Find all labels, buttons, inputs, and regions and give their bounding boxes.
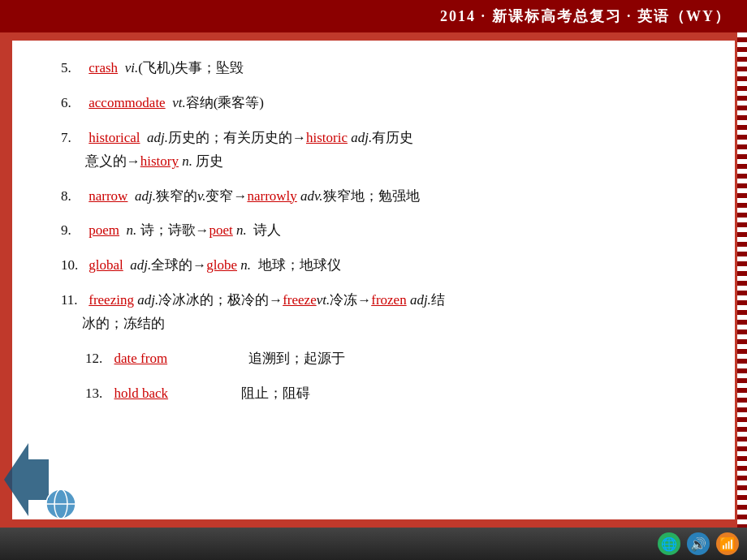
taskbar-icon-3[interactable]: 📶 xyxy=(716,532,739,555)
main-content-area: 5. crash vi.(飞机)失事；坠毁 6. accommodate vt.… xyxy=(12,41,735,519)
entry-9-deriv1: poet xyxy=(209,222,233,238)
entry-5-word: crash xyxy=(89,60,118,75)
entry-11-number: 11. xyxy=(61,289,85,312)
entry-10-number: 10. xyxy=(61,254,85,278)
entry-7-word: historical xyxy=(89,130,140,145)
entry-13: 13. hold back 阻止；阻碍 xyxy=(85,382,710,406)
header-title: 2014 · 新课标高考总复习 · 英语（WY） xyxy=(440,8,731,24)
header-bar: 2014 · 新课标高考总复习 · 英语（WY） xyxy=(0,0,747,32)
entry-7-number: 7. xyxy=(61,127,85,150)
entry-11: 11. freezing adj.冷冰冰的；极冷的→freezevt.冷冻→fr… xyxy=(61,289,710,336)
right-decorative-stripes xyxy=(737,32,747,528)
entry-5-number: 5. xyxy=(61,57,85,80)
entry-5: 5. crash vi.(飞机)失事；坠毁 xyxy=(61,57,710,80)
entry-6-def: vt.容纳(乘客等) xyxy=(172,95,264,110)
entry-8-deriv1: narrowly xyxy=(247,188,296,204)
entry-7-deriv1: historic xyxy=(306,130,348,145)
entry-6-word: accommodate xyxy=(89,95,165,110)
entry-11-deriv1: freeze xyxy=(283,292,317,308)
entry-6: 6. accommodate vt.容纳(乘客等) xyxy=(61,92,710,115)
entry-12-phrase: date from xyxy=(114,351,168,366)
taskbar: 🌐 🔊 📶 xyxy=(0,528,747,560)
entry-7-deriv2: history xyxy=(140,153,179,169)
left-arrow-decoration xyxy=(4,443,49,519)
taskbar-icon-1[interactable]: 🌐 xyxy=(658,532,680,555)
entry-8: 8. narrow adj.狭窄的v.变窄→narrowly adv.狭窄地；勉… xyxy=(61,185,710,209)
entry-7: 7. historical adj.历史的；有关历史的→historic adj… xyxy=(61,127,710,174)
entry-8-number: 8. xyxy=(61,185,85,209)
entry-8-word: narrow xyxy=(89,188,127,204)
entry-11-word: freezing xyxy=(89,292,134,308)
entry-12-left: 12. date from xyxy=(85,347,167,371)
entry-5-pos: vi.(飞机)失事；坠毁 xyxy=(125,60,244,75)
entry-13-left: 13. hold back xyxy=(85,382,168,406)
entry-9-word: poem xyxy=(89,222,119,238)
entry-13-def: 阻止；阻碍 xyxy=(241,382,310,406)
entry-10-deriv1: globe xyxy=(206,257,237,273)
entry-10-word: global xyxy=(89,257,123,273)
taskbar-icon-2[interactable]: 🔊 xyxy=(687,532,710,555)
bottom-left-globe xyxy=(45,488,77,523)
entry-6-number: 6. xyxy=(61,92,85,115)
entry-12: 12. date from 追溯到；起源于 xyxy=(85,347,710,371)
entry-13-phrase: hold back xyxy=(114,386,169,401)
entry-9-number: 9. xyxy=(61,219,85,243)
entry-11-deriv2: frozen xyxy=(371,292,406,308)
svg-marker-0 xyxy=(4,443,49,516)
entry-9: 9. poem n. 诗；诗歌→poet n. 诗人 xyxy=(61,219,710,243)
entry-12-def: 追溯到；起源于 xyxy=(248,347,345,371)
entry-10: 10. global adj.全球的→globe n. 地球；地球仪 xyxy=(61,254,710,278)
